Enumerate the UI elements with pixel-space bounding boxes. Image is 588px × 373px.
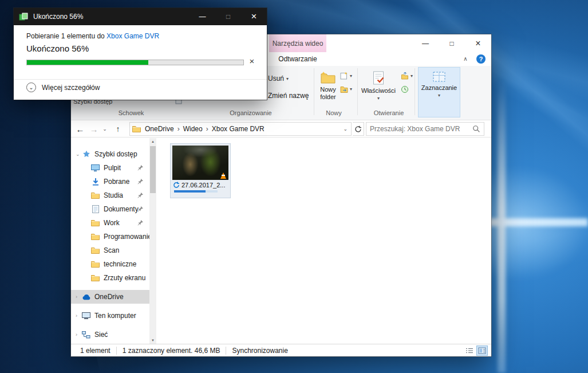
maximize-icon: □	[449, 40, 453, 48]
chevron-down-icon: ▾	[350, 73, 352, 78]
refresh-button[interactable]	[353, 122, 364, 136]
selection-summary: 1 zaznaczony element. 46,6 MB	[117, 347, 226, 355]
navigation-pane: ⌄ Szybki dostęp Pulpit Pobrane	[71, 138, 149, 344]
sidebar-item-work[interactable]: Work	[71, 216, 149, 230]
documents-icon	[90, 205, 100, 214]
dialog-maximize-button[interactable]: □	[215, 8, 241, 25]
scroll-up-icon[interactable]: ▲	[149, 138, 156, 145]
minimize-button[interactable]: —	[412, 34, 439, 52]
breadcrumb-item-wideo[interactable]: Wideo	[180, 125, 206, 133]
sidebar-item-label: Dokumenty	[104, 205, 139, 213]
recent-locations-button[interactable]: ⌄	[101, 123, 109, 135]
sidebar-item-label: Programowanie_	[104, 233, 149, 241]
search-input[interactable]	[370, 125, 472, 133]
sidebar-item-label: Pulpit	[104, 164, 121, 172]
file-list[interactable]: 27.06.2017_2...	[156, 138, 491, 344]
cancel-transfer-button[interactable]: ×	[245, 56, 259, 68]
maximize-button[interactable]: □	[439, 34, 465, 52]
new-item-button[interactable]: ▾	[340, 72, 352, 80]
folder-icon	[90, 218, 100, 227]
sidebar-item-label: Work	[104, 219, 120, 227]
sidebar-item-szybki-dostep[interactable]: ⌄ Szybki dostęp	[71, 147, 149, 161]
sidebar-item-label: Ten komputer	[94, 312, 136, 320]
up-button[interactable]: ↑	[111, 123, 125, 135]
help-button[interactable]: ?	[476, 54, 486, 64]
history-button[interactable]	[401, 85, 409, 93]
sidebar-item-label: OneDrive	[94, 293, 124, 301]
breadcrumb-item-xbox-game-dvr[interactable]: Xbox Game DVR	[209, 125, 267, 133]
sidebar-item-zrzuty-ekranu[interactable]: Zrzuty ekranu	[71, 271, 149, 285]
scrollbar-thumb[interactable]	[150, 146, 156, 193]
sidebar-item-programowanie[interactable]: Programowanie_	[71, 230, 149, 244]
group-label-open: Otwieranie	[360, 109, 417, 117]
folder-icon	[90, 246, 100, 255]
expander-icon[interactable]: ⌄	[76, 151, 81, 157]
expander-icon[interactable]: ›	[76, 332, 81, 337]
new-item-icon	[340, 72, 348, 80]
details-view-button[interactable]	[464, 345, 475, 356]
sidebar-scrollbar[interactable]: ▲ ▼	[149, 138, 156, 344]
file-name: 27.06.2017_2...	[181, 182, 225, 189]
folder-icon	[132, 125, 141, 132]
sidebar-item-siec[interactable]: › Sieć	[71, 328, 149, 341]
sidebar-item-onedrive[interactable]: › OneDrive	[71, 290, 149, 304]
file-sync-progress-fill	[174, 190, 206, 193]
close-icon: ×	[475, 38, 480, 49]
dialog-title: Ukończono 56%	[33, 13, 83, 21]
video-thumbnail	[172, 146, 228, 180]
new-folder-label-2: folder	[316, 93, 340, 101]
forward-button[interactable]: →	[87, 123, 101, 135]
dialog-divider	[14, 79, 267, 80]
minimize-icon: —	[199, 13, 206, 21]
sidebar-item-pobrane[interactable]: Pobrane	[71, 175, 149, 189]
easy-access-button[interactable]: ▾	[340, 85, 352, 93]
dialog-titlebar[interactable]: Ukończono 56% — □ ×	[14, 8, 267, 25]
pin-icon	[137, 219, 144, 226]
selection-button[interactable]: Zaznaczanie ▾	[418, 67, 460, 117]
up-icon: ↑	[116, 124, 120, 134]
contextual-tab-video-tools[interactable]: Narzędzia wideo	[269, 34, 326, 52]
dialog-close-button[interactable]: ×	[241, 8, 267, 25]
open-button[interactable]: ▾	[401, 72, 413, 80]
expander-icon[interactable]: ›	[76, 313, 81, 319]
sidebar-item-ten-komputer[interactable]: › Ten komputer	[71, 309, 149, 323]
folder-icon	[90, 191, 100, 200]
history-icon	[401, 85, 409, 93]
refresh-icon	[354, 125, 362, 133]
sidebar-item-label: Zrzuty ekranu	[104, 274, 145, 282]
ribbon-separator	[314, 68, 314, 115]
scroll-down-icon[interactable]: ▼	[149, 337, 156, 344]
rename-button[interactable]: Zmień nazwę	[265, 90, 312, 101]
cancel-icon: ×	[250, 56, 255, 66]
address-dropdown-button[interactable]: ⌄	[343, 126, 349, 132]
back-button[interactable]: ←	[73, 123, 87, 135]
selection-label: Zaznaczanie	[421, 84, 457, 91]
vlc-cone-icon	[220, 172, 226, 179]
tab-playback[interactable]: Odtwarzanie	[269, 52, 326, 66]
destination-link[interactable]: Xbox Game DVR	[106, 32, 159, 40]
sidebar-item-studia[interactable]: Studia	[71, 189, 149, 202]
folder-icon	[90, 260, 100, 269]
thumbnail-view-button[interactable]	[476, 345, 488, 356]
delete-button[interactable]: Usuń ▾	[265, 73, 292, 84]
sidebar-item-label: Szybki dostęp	[94, 150, 137, 158]
sidebar-item-dokumenty[interactable]: Dokumenty	[71, 202, 149, 216]
search-icon[interactable]	[472, 125, 480, 133]
close-button[interactable]: ×	[465, 34, 491, 52]
search-box[interactable]	[366, 122, 484, 136]
sidebar-item-techniczne[interactable]: techniczne	[71, 257, 149, 271]
sidebar-item-pulpit[interactable]: Pulpit	[71, 161, 149, 175]
windows-logo-vertical-line	[498, 80, 506, 373]
chevron-down-icon: ▾	[361, 95, 396, 102]
collapse-ribbon-button[interactable]: ∧	[460, 54, 471, 64]
sidebar-item-scan[interactable]: Scan	[71, 244, 149, 257]
breadcrumb[interactable]: OneDrive › Wideo › Xbox Game DVR ⌄	[129, 122, 352, 136]
pin-icon	[137, 206, 144, 212]
expander-icon[interactable]: ›	[76, 294, 81, 300]
sidebar-item-label: Studia	[104, 191, 123, 199]
breadcrumb-item-onedrive[interactable]: OneDrive	[142, 125, 177, 133]
more-details-toggle[interactable]: ⌄ Więcej szczegółów	[26, 83, 100, 92]
file-item-video[interactable]: 27.06.2017_2...	[170, 143, 231, 198]
forward-icon: →	[90, 124, 98, 134]
dialog-minimize-button[interactable]: —	[190, 8, 215, 25]
